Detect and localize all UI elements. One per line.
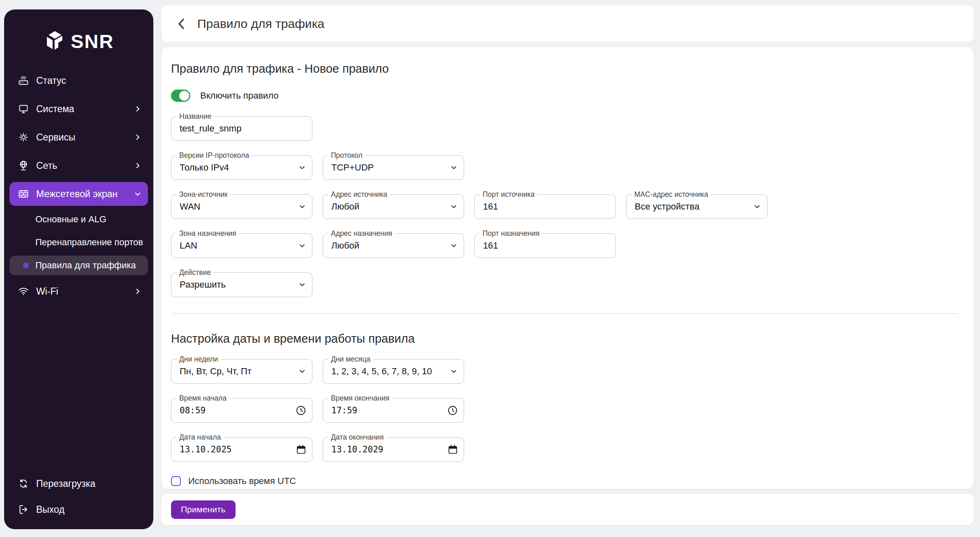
source-mac-select[interactable]: MAC-адрес источника Все устройства	[626, 194, 767, 219]
destination-zone-label: Зона назначения	[177, 229, 239, 238]
back-button[interactable]	[172, 14, 191, 33]
week-days-value: Пн, Вт, Ср, Чт, Пт	[171, 366, 252, 377]
end-time-label: Время окончания	[328, 394, 392, 403]
rule-form-card: Правило для трафика - Новое правило Вклю…	[162, 47, 973, 489]
ip-version-label: Версии IP-протокола	[177, 151, 252, 160]
utc-row: Использовать время UTC	[171, 476, 961, 486]
protocol-value: TCP+UDP	[323, 162, 374, 173]
end-time-field[interactable]: Время окончания	[323, 398, 464, 423]
sidebar-item-label: Статус	[36, 75, 141, 86]
enable-rule-row: Включить правило	[171, 90, 961, 102]
logo-text: SNR	[71, 30, 114, 53]
sidebar-item-firewall[interactable]: Межсетевой экран	[9, 182, 148, 206]
start-time-field[interactable]: Время начала	[171, 398, 312, 423]
calendar-icon[interactable]	[296, 445, 306, 455]
month-days-value: 1, 2, 3, 4, 5, 6, 7, 8, 9, 10	[323, 366, 432, 377]
name-field[interactable]: Название	[171, 116, 312, 141]
chevron-right-icon	[134, 105, 141, 113]
sidebar-subitem-basics-alg[interactable]: Основные и ALG	[9, 210, 148, 229]
chevron-down-icon	[134, 190, 141, 198]
enable-rule-toggle[interactable]	[171, 90, 190, 102]
section2-title: Настройка даты и времени работы правила	[171, 331, 961, 346]
row-destination: Зона назначения LAN Адрес назначения Люб…	[171, 233, 961, 258]
firewall-icon	[18, 188, 29, 200]
monitor-icon	[18, 103, 29, 115]
source-zone-label: Зона-источник	[177, 190, 230, 199]
logo: SNR	[4, 9, 153, 69]
row-name: Название	[171, 116, 961, 141]
destination-port-field[interactable]: Порт назначения	[474, 233, 616, 258]
destination-port-label: Порт назначения	[480, 229, 542, 238]
source-port-field[interactable]: Порт источника	[474, 194, 616, 219]
chevron-down-icon	[298, 242, 306, 250]
sidebar-item-wifi[interactable]: Wi-Fi	[9, 279, 148, 303]
active-dot-icon	[23, 263, 29, 268]
sidebar-subitem-traffic-rules[interactable]: Правила для траффика	[9, 256, 148, 275]
gear-icon	[18, 131, 29, 143]
sidebar-subitem-port-forwarding[interactable]: Перенаправление портов	[9, 233, 148, 252]
source-zone-select[interactable]: Зона-источник WAN	[171, 194, 312, 219]
sidebar-item-label: Сеть	[36, 160, 134, 171]
destination-zone-value: LAN	[171, 240, 197, 251]
sidebar-item-status[interactable]: Статус	[9, 69, 148, 92]
chevron-down-icon	[298, 164, 306, 172]
start-date-field[interactable]: Дата начала	[171, 437, 312, 462]
calendar-icon[interactable]	[448, 445, 458, 455]
chevron-down-icon	[450, 242, 458, 250]
start-date-label: Дата начала	[177, 433, 223, 442]
page-title: Правило для трафика	[197, 17, 324, 31]
row-source: Зона-источник WAN Адрес источника Любой …	[171, 194, 961, 219]
source-address-value: Любой	[323, 201, 359, 212]
toggle-knob	[179, 91, 189, 101]
month-days-select[interactable]: Дни месяца 1, 2, 3, 4, 5, 6, 7, 8, 9, 10	[323, 359, 464, 384]
sidebar-item-network[interactable]: Сеть	[9, 154, 148, 177]
chevron-right-icon	[134, 288, 141, 295]
row-action: Действие Разрешить	[171, 272, 961, 297]
destination-zone-select[interactable]: Зона назначения LAN	[171, 233, 312, 258]
end-date-label: Дата окончания	[328, 433, 386, 442]
source-address-select[interactable]: Адрес источника Любой	[323, 194, 464, 219]
action-label: Действие	[177, 268, 213, 277]
sidebar-item-label: Wi-Fi	[36, 286, 134, 297]
sidebar-item-system[interactable]: Система	[9, 97, 148, 121]
logout-icon	[18, 504, 29, 515]
action-select[interactable]: Действие Разрешить	[171, 272, 312, 297]
source-zone-value: WAN	[171, 201, 201, 212]
chevron-down-icon	[298, 367, 306, 376]
form-footer: Применить	[162, 494, 973, 525]
section-divider	[171, 313, 958, 314]
week-days-label: Дни недели	[177, 355, 221, 364]
sidebar-item-services[interactable]: Сервисы	[9, 125, 148, 149]
apply-button[interactable]: Применить	[171, 500, 236, 519]
main-area: Правило для трафика Правило для трафика …	[162, 0, 973, 537]
sidebar-menu: Статус Система Сервисы	[4, 69, 153, 472]
sidebar-subitem-label: Основные и ALG	[35, 214, 106, 225]
snr-cube-icon	[44, 30, 65, 52]
chevron-down-icon	[450, 164, 458, 172]
end-date-field[interactable]: Дата окончания	[323, 437, 464, 462]
row-days: Дни недели Пн, Вт, Ср, Чт, Пт Дни месяца…	[171, 359, 961, 384]
source-mac-label: MAC-адрес источника	[632, 190, 711, 199]
chevron-down-icon	[298, 203, 306, 211]
sidebar-item-logout[interactable]: Выход	[9, 498, 148, 521]
sidebar-subitem-label: Правила для траффика	[35, 260, 136, 271]
clock-icon[interactable]	[447, 405, 458, 416]
destination-address-select[interactable]: Адрес назначения Любой	[323, 233, 464, 258]
chevron-left-icon	[177, 18, 186, 30]
week-days-select[interactable]: Дни недели Пн, Вт, Ср, Чт, Пт	[171, 359, 312, 384]
sidebar-item-label: Сервисы	[36, 132, 134, 143]
row-dates: Дата начала Дата окончания	[171, 437, 961, 462]
chevron-down-icon	[753, 203, 761, 211]
clock-icon[interactable]	[296, 405, 306, 416]
chevron-right-icon	[134, 134, 141, 141]
chevron-right-icon	[134, 162, 141, 169]
ip-version-select[interactable]: Версии IP-протокола Только IPv4	[171, 155, 312, 180]
utc-checkbox-label: Использовать время UTC	[188, 476, 296, 486]
sidebar-item-label: Перезагрузка	[36, 478, 141, 489]
destination-address-label: Адрес назначения	[328, 229, 395, 238]
month-days-label: Дни месяца	[328, 355, 373, 364]
sidebar-footer: Перезагрузка Выход	[4, 472, 153, 529]
protocol-select[interactable]: Протокол TCP+UDP	[323, 155, 464, 180]
utc-checkbox[interactable]	[171, 476, 181, 486]
sidebar-item-reboot[interactable]: Перезагрузка	[9, 472, 148, 496]
